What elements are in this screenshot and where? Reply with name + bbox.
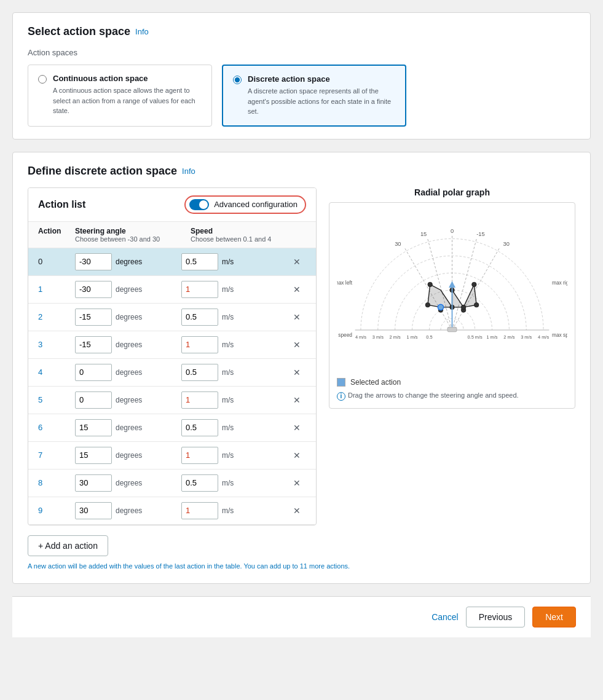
delete-row-button[interactable]: ✕: [288, 394, 306, 406]
delete-row-button[interactable]: ✕: [288, 283, 306, 296]
speed-input[interactable]: [181, 447, 218, 464]
delete-row-button[interactable]: ✕: [288, 422, 306, 434]
continuous-content: Continuous action space A continuous act…: [53, 74, 202, 116]
card2-title-text: Define discrete action space: [28, 165, 177, 178]
toggle-switch[interactable]: [189, 199, 209, 210]
table-row[interactable]: 5 degrees m/s ✕: [28, 387, 316, 414]
svg-text:1 m/s: 1 m/s: [486, 334, 497, 339]
steering-unit: degrees: [116, 451, 142, 460]
delete-row-button[interactable]: ✕: [288, 339, 306, 351]
speed-group: m/s: [181, 309, 288, 326]
add-action-label: + Add an action: [38, 541, 98, 551]
radial-panel: Radial polar graph: [329, 187, 575, 525]
table-row[interactable]: 4 degrees m/s ✕: [28, 359, 316, 387]
delete-row-button[interactable]: ✕: [288, 256, 306, 268]
continuous-radio[interactable]: [38, 75, 47, 84]
steering-unit: degrees: [116, 368, 142, 377]
table-row[interactable]: 9 degrees m/s ✕: [28, 497, 316, 525]
speed-unit: m/s: [222, 396, 234, 404]
advanced-config-toggle[interactable]: Advanced configuration: [184, 195, 306, 214]
table-row[interactable]: 6 degrees m/s ✕: [28, 414, 316, 442]
delete-row-button[interactable]: ✕: [288, 449, 306, 462]
svg-text:4 m/s: 4 m/s: [538, 334, 549, 339]
drag-hint-text: Drag the arrows to change the steering a…: [348, 391, 519, 399]
discrete-option[interactable]: Discrete action space A discrete action …: [222, 65, 406, 127]
table-row[interactable]: 1 degrees m/s ✕: [28, 276, 316, 304]
radial-title: Radial polar graph: [329, 187, 575, 197]
steering-input[interactable]: [75, 253, 112, 270]
select-action-space-card: Select action space Info Action spaces C…: [12, 12, 591, 140]
discrete-title: Discrete action space: [248, 74, 395, 84]
cancel-button[interactable]: Cancel: [432, 612, 459, 622]
speed-input[interactable]: [181, 364, 218, 381]
delete-row-button[interactable]: ✕: [288, 311, 306, 323]
card2-info-link[interactable]: Info: [182, 167, 195, 176]
steering-input[interactable]: [75, 419, 112, 436]
table-row[interactable]: 0 degrees m/s ✕: [28, 248, 316, 276]
table-row[interactable]: 2 degrees m/s ✕: [28, 304, 316, 331]
speed-unit: m/s: [222, 258, 234, 266]
add-action-button[interactable]: + Add an action: [28, 535, 108, 556]
speed-unit: m/s: [222, 423, 234, 432]
steering-group: degrees: [75, 281, 181, 298]
next-button[interactable]: Next: [532, 607, 576, 627]
row-num: 5: [38, 395, 75, 404]
table-row[interactable]: 8 degrees m/s ✕: [28, 470, 316, 497]
delete-row-button[interactable]: ✕: [288, 477, 306, 489]
speed-input[interactable]: [181, 281, 218, 298]
delete-row-button[interactable]: ✕: [288, 505, 306, 517]
speed-input[interactable]: [181, 474, 218, 492]
toggle-knob: [199, 200, 208, 209]
speed-unit: m/s: [222, 451, 234, 460]
discrete-content: Discrete action space A discrete action …: [248, 74, 395, 117]
speed-input[interactable]: [181, 419, 218, 436]
svg-point-34: [472, 282, 476, 286]
speed-input[interactable]: [181, 336, 218, 353]
col-header-speed: Speed Choose between 0.1 and 4: [191, 227, 306, 243]
speed-input[interactable]: [181, 502, 218, 519]
steering-input[interactable]: [75, 336, 112, 353]
svg-text:0: 0: [451, 228, 454, 234]
speed-unit: m/s: [222, 506, 234, 515]
svg-rect-38: [447, 327, 457, 331]
steering-input[interactable]: [75, 502, 112, 519]
steering-input[interactable]: [75, 364, 112, 381]
steering-input[interactable]: [75, 309, 112, 326]
card1-info-link[interactable]: Info: [135, 27, 149, 36]
add-note: A new action will be added with the valu…: [28, 561, 575, 572]
table-row[interactable]: 7 degrees m/s ✕: [28, 442, 316, 470]
speed-group: m/s: [181, 474, 288, 492]
speed-input[interactable]: [181, 391, 218, 409]
previous-button[interactable]: Previous: [466, 607, 525, 627]
action-list-title: Action list: [38, 199, 85, 210]
action-list-header: Action list Advanced configuration: [28, 188, 316, 221]
row-num: 6: [38, 423, 75, 432]
svg-point-30: [428, 282, 432, 286]
speed-group: m/s: [181, 447, 288, 464]
svg-text:-15: -15: [476, 230, 484, 237]
continuous-option[interactable]: Continuous action space A continuous act…: [28, 65, 212, 127]
speed-unit: m/s: [222, 313, 234, 321]
speed-group: m/s: [181, 253, 288, 270]
discrete-radio[interactable]: [233, 76, 242, 84]
radial-container: 0 15 -15 30 30 max left max right max sp…: [329, 202, 575, 409]
speed-input[interactable]: [181, 309, 218, 326]
svg-text:3 m/s: 3 m/s: [372, 334, 384, 339]
svg-text:15: 15: [420, 230, 427, 237]
delete-row-button[interactable]: ✕: [288, 366, 306, 379]
drag-hint: i Drag the arrows to change the steering…: [337, 391, 567, 401]
steering-unit: degrees: [116, 396, 142, 404]
row-num: 9: [38, 506, 75, 515]
radial-graph: 0 15 -15 30 30 max left max right max sp…: [337, 210, 567, 370]
speed-input[interactable]: [181, 253, 218, 270]
steering-input[interactable]: [75, 474, 112, 492]
action-spaces-label: Action spaces: [28, 48, 575, 57]
steering-unit: degrees: [116, 506, 142, 515]
row-num: 2: [38, 312, 75, 321]
row-num: 0: [38, 257, 75, 266]
steering-input[interactable]: [75, 391, 112, 409]
table-row[interactable]: 3 degrees m/s ✕: [28, 331, 316, 359]
steering-input[interactable]: [75, 281, 112, 298]
speed-unit: m/s: [222, 368, 234, 377]
steering-input[interactable]: [75, 447, 112, 464]
